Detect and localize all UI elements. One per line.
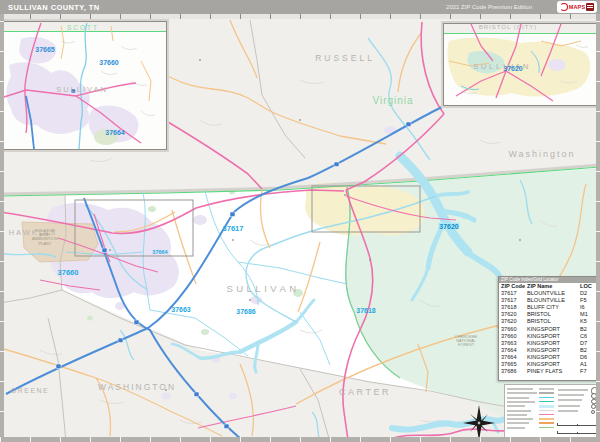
legend-label-bar bbox=[507, 414, 527, 416]
loc-cell: F7 bbox=[580, 368, 596, 375]
zip-table-row: 37664KINGSPORTD6 bbox=[499, 354, 600, 361]
edition-label: 2021 ZIP Code Premium Edition bbox=[446, 4, 532, 10]
title-bar: SULLIVAN COUNTY, TN 2021 ZIP Code Premiu… bbox=[0, 0, 600, 14]
zip-code-cell: 37620 bbox=[501, 311, 527, 318]
zip-code-cell: 37663 bbox=[501, 340, 527, 347]
loc-cell: K5 bbox=[580, 318, 596, 325]
marketmaps-logo: MAPS bbox=[557, 1, 597, 13]
legend-label-bar bbox=[507, 401, 535, 403]
zip-code-cell: 37665 bbox=[501, 361, 527, 368]
zip-table-row: 37686PINEY FLATSF7 bbox=[499, 368, 600, 375]
zip-code-cell: 37618 bbox=[501, 304, 527, 311]
legend-population-label-bar bbox=[558, 389, 588, 391]
zip-table-row: 37618BLUFF CITYI6 bbox=[499, 304, 600, 311]
map-legend bbox=[504, 384, 600, 441]
zip-name-cell: KINGSPORT bbox=[527, 326, 580, 333]
loc-cell: D6 bbox=[580, 354, 596, 361]
page-title: SULLIVAN COUNTY, TN bbox=[8, 3, 100, 12]
legend-label-bar bbox=[507, 405, 525, 407]
loc-cell: A1 bbox=[580, 361, 596, 368]
legend-population-label-bar bbox=[558, 394, 584, 396]
legend-swatch-stream bbox=[539, 401, 554, 403]
zip-name-cell: BLUFF CITY bbox=[527, 304, 580, 311]
legend-label-bar bbox=[507, 392, 537, 394]
col-zip-code: ZIP Code bbox=[501, 283, 527, 290]
zip-name-cell: BRISTOL bbox=[527, 318, 580, 325]
col-zip-name: ZIP Name bbox=[527, 283, 580, 290]
loc-cell: C6 bbox=[580, 333, 596, 340]
bristol-inset-map bbox=[443, 23, 599, 106]
zip-table-body: 37617BLOUNTVILLED237617BLOUNTVILLEF53761… bbox=[499, 290, 600, 375]
loc-cell: I6 bbox=[580, 304, 596, 311]
zip-table-row: 37663KINGSPORTD7 bbox=[499, 340, 600, 347]
legend-swatch-county-boundary bbox=[539, 392, 554, 394]
zip-code-cell: 37664 bbox=[501, 347, 527, 354]
legend-swatch-major-road bbox=[539, 422, 554, 424]
zip-code-cell: 37620 bbox=[501, 318, 527, 325]
legend-swatch-water-body bbox=[539, 405, 554, 408]
legend-population-label-bar bbox=[558, 399, 582, 401]
zip-name-cell: BRISTOL bbox=[527, 311, 580, 318]
zip-code-cell: 37686 bbox=[501, 368, 527, 375]
kingsport-inset-map bbox=[3, 21, 167, 150]
legend-label-bar bbox=[507, 427, 525, 429]
zip-table-row: 37620BRISTOLM1 bbox=[499, 311, 600, 318]
zip-table-row: 37617BLOUNTVILLED2 bbox=[499, 290, 600, 297]
legend-swatch-census-place bbox=[539, 410, 554, 412]
zip-name-cell: KINGSPORT bbox=[527, 340, 580, 347]
zip-code-cell: 37617 bbox=[501, 297, 527, 304]
col-loc: LOC bbox=[580, 283, 596, 290]
zip-code-index-table: ZIP Code Index/Grid Locator ZIP Code ZIP… bbox=[498, 276, 600, 381]
top-grid-ruler bbox=[0, 14, 600, 19]
logo-swirl-icon bbox=[560, 3, 568, 11]
legend-label-bar bbox=[507, 422, 529, 424]
legend-swatch-interstate-highway bbox=[539, 427, 554, 429]
zip-name-cell: BLOUNTVILLE bbox=[527, 297, 580, 304]
legend-swatch-state-highway bbox=[539, 418, 554, 420]
left-grid-ruler bbox=[0, 14, 4, 442]
zip-name-cell: PINEY FLATS bbox=[527, 368, 580, 375]
zip-name-cell: KINGSPORT bbox=[527, 347, 580, 354]
legend-population-label-bar bbox=[558, 405, 580, 407]
zip-table-header-row: ZIP Code ZIP Name LOC bbox=[499, 283, 600, 290]
legend-swatch-us-highway bbox=[539, 414, 554, 416]
zip-name-cell: KINGSPORT bbox=[527, 333, 580, 340]
loc-cell: D2 bbox=[580, 290, 596, 297]
zip-name-cell: KINGSPORT bbox=[527, 354, 580, 361]
right-grid-ruler bbox=[596, 14, 600, 442]
logo-text: MAPS bbox=[569, 4, 586, 10]
legend-swatch-state-boundary bbox=[539, 388, 554, 390]
logo-badge-icon bbox=[586, 3, 594, 11]
kilometers-scale-bar bbox=[557, 433, 597, 434]
zip-table-row: 37660KINGSPORTB2 bbox=[499, 326, 600, 333]
zip-table-row: 37665KINGSPORTA1 bbox=[499, 361, 600, 368]
bottom-grid-ruler bbox=[0, 437, 600, 442]
loc-cell: F5 bbox=[580, 297, 596, 304]
legend-population-label-bar bbox=[558, 410, 578, 412]
logo-maps-text: MAPS bbox=[569, 4, 586, 10]
zip-table-row: 37660KINGSPORTC6 bbox=[499, 333, 600, 340]
loc-cell: B2 bbox=[580, 347, 596, 354]
legend-label-bar bbox=[507, 397, 529, 399]
legend-label-bar bbox=[507, 410, 531, 412]
map-poster: { "header": { "title": "SULLIVAN COUNTY,… bbox=[0, 0, 600, 442]
zip-name-cell: KINGSPORT bbox=[527, 361, 580, 368]
zip-table-row: 37664KINGSPORTB2 bbox=[499, 347, 600, 354]
loc-cell: D7 bbox=[580, 340, 596, 347]
miles-scale-bar bbox=[557, 425, 597, 426]
population-circle-icon bbox=[591, 410, 595, 414]
legend-label-bar bbox=[507, 418, 533, 420]
zip-code-cell: 37664 bbox=[501, 354, 527, 361]
zip-code-cell: 37660 bbox=[501, 333, 527, 340]
zip-name-cell: BLOUNTVILLE bbox=[527, 290, 580, 297]
zip-table-row: 37620BRISTOLK5 bbox=[499, 318, 600, 325]
legend-swatch-zip-code-boundary bbox=[539, 397, 554, 399]
zip-code-cell: 37660 bbox=[501, 326, 527, 333]
loc-cell: M1 bbox=[580, 311, 596, 318]
legend-label-bar bbox=[507, 388, 533, 390]
loc-cell: B2 bbox=[580, 326, 596, 333]
zip-code-cell: 37617 bbox=[501, 290, 527, 297]
zip-table-row: 37617BLOUNTVILLEF5 bbox=[499, 297, 600, 304]
